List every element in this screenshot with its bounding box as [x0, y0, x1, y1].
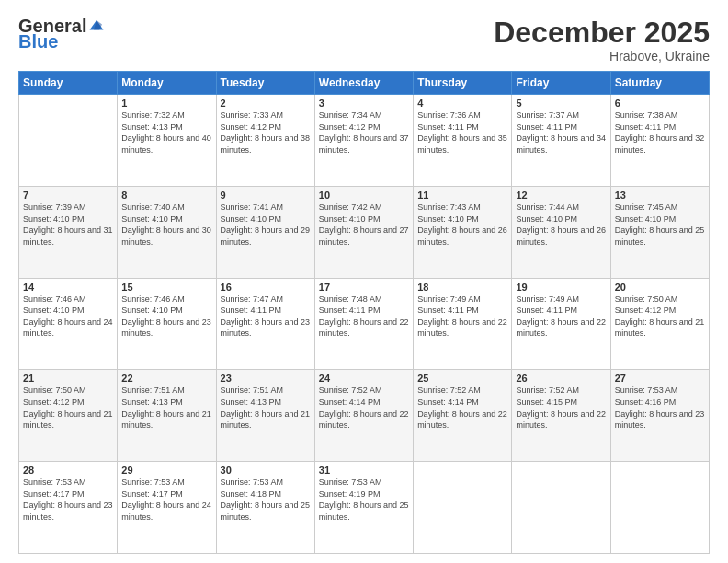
day-info: Sunrise: 7:53 AM Sunset: 4:17 PM Dayligh…: [121, 477, 211, 523]
day-number: 3: [319, 98, 409, 109]
location: Hrabove, Ukraine: [494, 49, 710, 63]
col-saturday: Saturday: [610, 72, 709, 95]
day-number: 25: [417, 373, 507, 384]
header-row: Sunday Monday Tuesday Wednesday Thursday…: [19, 72, 710, 95]
day-cell: 21Sunrise: 7:50 AM Sunset: 4:12 PM Dayli…: [19, 370, 118, 462]
day-info: Sunrise: 7:52 AM Sunset: 4:14 PM Dayligh…: [319, 385, 409, 431]
day-info: Sunrise: 7:37 AM Sunset: 4:11 PM Dayligh…: [516, 109, 606, 155]
day-number: 2: [221, 98, 311, 109]
day-cell: 3Sunrise: 7:34 AM Sunset: 4:12 PM Daylig…: [314, 95, 413, 187]
day-cell: 17Sunrise: 7:48 AM Sunset: 4:11 PM Dayli…: [314, 278, 413, 370]
day-number: 14: [23, 282, 113, 293]
title-block: December 2025 Hrabove, Ukraine: [494, 17, 710, 63]
day-cell: 15Sunrise: 7:46 AM Sunset: 4:10 PM Dayli…: [118, 278, 216, 370]
day-cell: 31Sunrise: 7:53 AM Sunset: 4:19 PM Dayli…: [314, 462, 413, 554]
day-cell: 28Sunrise: 7:53 AM Sunset: 4:17 PM Dayli…: [19, 462, 118, 554]
day-cell: 11Sunrise: 7:43 AM Sunset: 4:10 PM Dayli…: [414, 186, 512, 278]
day-cell: 23Sunrise: 7:51 AM Sunset: 4:13 PM Dayli…: [216, 370, 314, 462]
calendar: Sunday Monday Tuesday Wednesday Thursday…: [18, 71, 710, 554]
day-info: Sunrise: 7:39 AM Sunset: 4:10 PM Dayligh…: [23, 201, 113, 247]
day-info: Sunrise: 7:41 AM Sunset: 4:10 PM Dayligh…: [221, 201, 311, 247]
day-number: 15: [121, 282, 211, 293]
day-info: Sunrise: 7:46 AM Sunset: 4:10 PM Dayligh…: [121, 293, 211, 339]
day-number: 19: [516, 282, 606, 293]
day-number: 31: [319, 465, 409, 476]
week-row-2: 14Sunrise: 7:46 AM Sunset: 4:10 PM Dayli…: [19, 278, 710, 370]
day-cell: 29Sunrise: 7:53 AM Sunset: 4:17 PM Dayli…: [118, 462, 216, 554]
day-cell: 5Sunrise: 7:37 AM Sunset: 4:11 PM Daylig…: [512, 95, 610, 187]
day-info: Sunrise: 7:52 AM Sunset: 4:14 PM Dayligh…: [417, 385, 507, 431]
day-info: Sunrise: 7:46 AM Sunset: 4:10 PM Dayligh…: [23, 293, 113, 339]
day-cell: [414, 462, 512, 554]
day-info: Sunrise: 7:42 AM Sunset: 4:10 PM Dayligh…: [319, 201, 409, 247]
day-cell: [512, 462, 610, 554]
day-cell: [610, 462, 709, 554]
week-row-3: 21Sunrise: 7:50 AM Sunset: 4:12 PM Dayli…: [19, 370, 710, 462]
day-cell: 12Sunrise: 7:44 AM Sunset: 4:10 PM Dayli…: [512, 186, 610, 278]
day-info: Sunrise: 7:53 AM Sunset: 4:16 PM Dayligh…: [615, 385, 705, 431]
day-info: Sunrise: 7:40 AM Sunset: 4:10 PM Dayligh…: [121, 201, 211, 247]
day-number: 22: [121, 373, 211, 384]
day-number: 9: [221, 190, 311, 201]
day-number: 11: [417, 190, 507, 201]
day-info: Sunrise: 7:51 AM Sunset: 4:13 PM Dayligh…: [221, 385, 311, 431]
day-info: Sunrise: 7:45 AM Sunset: 4:10 PM Dayligh…: [615, 201, 705, 247]
day-info: Sunrise: 7:33 AM Sunset: 4:12 PM Dayligh…: [221, 109, 311, 155]
day-cell: 9Sunrise: 7:41 AM Sunset: 4:10 PM Daylig…: [216, 186, 314, 278]
day-number: 26: [516, 373, 606, 384]
logo-blue-text: Blue: [18, 31, 58, 52]
day-cell: [19, 95, 118, 187]
day-cell: 14Sunrise: 7:46 AM Sunset: 4:10 PM Dayli…: [19, 278, 118, 370]
day-cell: 27Sunrise: 7:53 AM Sunset: 4:16 PM Dayli…: [610, 370, 709, 462]
day-info: Sunrise: 7:50 AM Sunset: 4:12 PM Dayligh…: [615, 293, 705, 339]
day-number: 4: [417, 98, 507, 109]
day-info: Sunrise: 7:49 AM Sunset: 4:11 PM Dayligh…: [516, 293, 606, 339]
day-info: Sunrise: 7:50 AM Sunset: 4:12 PM Dayligh…: [23, 385, 113, 431]
col-friday: Friday: [512, 72, 610, 95]
col-wednesday: Wednesday: [314, 72, 413, 95]
day-cell: 16Sunrise: 7:47 AM Sunset: 4:11 PM Dayli…: [216, 278, 314, 370]
day-info: Sunrise: 7:51 AM Sunset: 4:13 PM Dayligh…: [121, 385, 211, 431]
week-row-1: 7Sunrise: 7:39 AM Sunset: 4:10 PM Daylig…: [19, 186, 710, 278]
day-cell: 7Sunrise: 7:39 AM Sunset: 4:10 PM Daylig…: [19, 186, 118, 278]
week-row-4: 28Sunrise: 7:53 AM Sunset: 4:17 PM Dayli…: [19, 462, 710, 554]
day-info: Sunrise: 7:44 AM Sunset: 4:10 PM Dayligh…: [516, 201, 606, 247]
day-info: Sunrise: 7:53 AM Sunset: 4:19 PM Dayligh…: [319, 477, 409, 523]
day-info: Sunrise: 7:53 AM Sunset: 4:17 PM Dayligh…: [23, 477, 113, 523]
day-info: Sunrise: 7:34 AM Sunset: 4:12 PM Dayligh…: [319, 109, 409, 155]
day-number: 28: [23, 465, 113, 476]
col-tuesday: Tuesday: [216, 72, 314, 95]
day-cell: 20Sunrise: 7:50 AM Sunset: 4:12 PM Dayli…: [610, 278, 709, 370]
day-cell: 19Sunrise: 7:49 AM Sunset: 4:11 PM Dayli…: [512, 278, 610, 370]
day-cell: 4Sunrise: 7:36 AM Sunset: 4:11 PM Daylig…: [414, 95, 512, 187]
day-cell: 24Sunrise: 7:52 AM Sunset: 4:14 PM Dayli…: [314, 370, 413, 462]
day-info: Sunrise: 7:52 AM Sunset: 4:15 PM Dayligh…: [516, 385, 606, 431]
day-number: 1: [121, 98, 211, 109]
day-cell: 30Sunrise: 7:53 AM Sunset: 4:18 PM Dayli…: [216, 462, 314, 554]
day-info: Sunrise: 7:53 AM Sunset: 4:18 PM Dayligh…: [221, 477, 311, 523]
day-number: 30: [221, 465, 311, 476]
month-title: December 2025: [494, 17, 710, 49]
day-number: 23: [221, 373, 311, 384]
day-cell: 18Sunrise: 7:49 AM Sunset: 4:11 PM Dayli…: [414, 278, 512, 370]
day-number: 29: [121, 465, 211, 476]
day-info: Sunrise: 7:49 AM Sunset: 4:11 PM Dayligh…: [417, 293, 507, 339]
day-cell: 26Sunrise: 7:52 AM Sunset: 4:15 PM Dayli…: [512, 370, 610, 462]
day-cell: 25Sunrise: 7:52 AM Sunset: 4:14 PM Dayli…: [414, 370, 512, 462]
day-info: Sunrise: 7:32 AM Sunset: 4:13 PM Dayligh…: [121, 109, 211, 155]
day-info: Sunrise: 7:43 AM Sunset: 4:10 PM Dayligh…: [417, 201, 507, 247]
day-number: 10: [319, 190, 409, 201]
col-sunday: Sunday: [19, 72, 118, 95]
header: General Blue December 2025 Hrabove, Ukra…: [18, 17, 710, 63]
week-row-0: 1Sunrise: 7:32 AM Sunset: 4:13 PM Daylig…: [19, 95, 710, 187]
day-number: 17: [319, 282, 409, 293]
day-info: Sunrise: 7:36 AM Sunset: 4:11 PM Dayligh…: [417, 109, 507, 155]
day-number: 16: [221, 282, 311, 293]
day-cell: 8Sunrise: 7:40 AM Sunset: 4:10 PM Daylig…: [118, 186, 216, 278]
day-number: 7: [23, 190, 113, 201]
logo: General Blue: [18, 17, 105, 52]
day-number: 21: [23, 373, 113, 384]
day-number: 12: [516, 190, 606, 201]
day-cell: 1Sunrise: 7:32 AM Sunset: 4:13 PM Daylig…: [118, 95, 216, 187]
logo-icon: [88, 17, 105, 34]
